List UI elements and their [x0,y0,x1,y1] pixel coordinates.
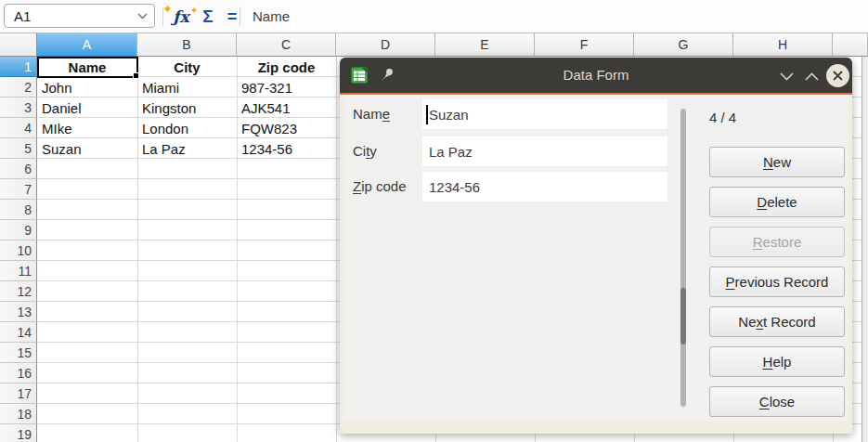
row-header-2[interactable]: 2 [0,77,37,98]
column-header-partial[interactable] [833,33,868,57]
row-header-17[interactable]: 17 [0,384,37,404]
function-wizard-icon[interactable]: ƒx [167,0,195,33]
row-header-16[interactable]: 16 [0,363,37,384]
pin-icon[interactable] [379,67,395,84]
namebox-dropdown-icon[interactable] [130,13,154,20]
sparkle-icon [164,6,171,12]
sum-icon[interactable]: Σ [197,0,219,33]
row-header-9[interactable]: 9 [0,220,37,240]
form-scrollbar-thumb[interactable] [680,288,686,344]
delete-button[interactable]: Delete [709,187,845,217]
cell-C5[interactable]: 1234-56 [237,138,336,159]
row-header-12[interactable]: 12 [0,281,37,302]
row-header-11[interactable]: 11 [0,261,37,281]
select-all-corner[interactable] [0,33,37,57]
dialog-content: Name City Zip code 4 / 4 NewDeleteRestor… [343,95,849,421]
formula-input[interactable]: Name [244,0,868,32]
name-field-label: Name [353,106,390,122]
text-cursor [426,105,428,124]
function-wizard-glyph: ƒx [173,7,188,26]
cell-C4[interactable]: FQW823 [237,118,336,138]
equals-icon[interactable]: = [223,0,241,33]
column-header-c[interactable]: C [237,33,336,57]
close-button[interactable]: Close [709,386,845,417]
row-header-13[interactable]: 13 [0,302,37,322]
next-record-button[interactable]: Next Record [709,306,845,337]
fill-handle[interactable] [133,72,139,79]
column-header-f[interactable]: F [535,33,634,57]
row-header-8[interactable]: 8 [0,200,37,220]
grid-line [336,57,337,442]
sum-glyph: Σ [202,6,213,27]
cell-A5[interactable]: Suzan [37,138,137,159]
row-header-15[interactable]: 15 [0,343,37,363]
name-box-value: A1 [5,8,130,24]
vertical-scrollbar[interactable] [862,57,868,442]
cell-B3[interactable]: Kingston [137,98,237,118]
cell-A2[interactable]: John [37,77,137,98]
separator [240,7,240,26]
row-header-1[interactable]: 1 [0,57,37,77]
zip-code-field-label: Zip code [353,178,407,194]
name-field[interactable] [422,99,667,129]
column-header-a[interactable]: A [37,33,137,57]
cell-A4[interactable]: MIke [37,118,137,138]
calc-document-icon [350,66,369,84]
cell-selection-border [37,57,138,78]
cell-C2[interactable]: 987-321 [237,77,336,98]
cell-C3[interactable]: AJK541 [237,98,336,118]
record-counter: 4 / 4 [709,110,736,125]
cell-B1[interactable]: City [137,57,237,77]
sparkle-icon [191,7,197,13]
row-header-18[interactable]: 18 [0,404,37,424]
new-button[interactable]: New [709,147,845,177]
cell-C1[interactable]: Zip code [237,57,336,77]
row-header-3[interactable]: 3 [0,98,37,118]
row-header-4[interactable]: 4 [0,118,37,138]
cell-B4[interactable]: London [137,118,237,138]
equals-glyph: = [227,7,238,27]
roll-up-icon[interactable] [804,70,820,82]
dialog-titlebar: Data Form [340,58,852,93]
data-form-dialog: Data Form [340,58,852,434]
column-header-d[interactable]: D [336,33,435,57]
roll-down-icon[interactable] [779,70,795,82]
previous-record-button[interactable]: Previous Record [709,266,845,297]
row-header-19[interactable]: 19 [0,424,37,442]
close-icon[interactable] [826,64,849,87]
row-header-14[interactable]: 14 [0,322,37,343]
row-header-6[interactable]: 6 [0,159,37,179]
formula-input-text: Name [244,8,290,24]
cell-B2[interactable]: Miami [137,77,237,98]
restore-button[interactable]: Restore [709,227,845,257]
name-box[interactable]: A1 [4,4,155,28]
dialog-title: Data Form [340,58,852,93]
row-header-10[interactable]: 10 [0,240,37,261]
column-header-h[interactable]: H [733,33,833,57]
city-field-label: City [353,143,377,159]
column-header-bar: ABCDEFGH [0,33,868,57]
zip-code-field[interactable] [422,172,667,202]
row-header-5[interactable]: 5 [0,138,37,159]
form-scrollbar-track[interactable] [680,109,686,407]
column-header-b[interactable]: B [137,33,237,57]
cell-A3[interactable]: Daniel [37,98,137,118]
column-header-e[interactable]: E [435,33,535,57]
separator [162,7,163,26]
row-header-7[interactable]: 7 [0,179,37,200]
formula-bar: A1 ƒx Σ = Name [0,0,868,33]
column-header-g[interactable]: G [634,33,733,57]
city-field[interactable] [422,136,667,166]
cell-B5[interactable]: La Paz [137,138,237,159]
help-button[interactable]: Help [709,346,845,377]
